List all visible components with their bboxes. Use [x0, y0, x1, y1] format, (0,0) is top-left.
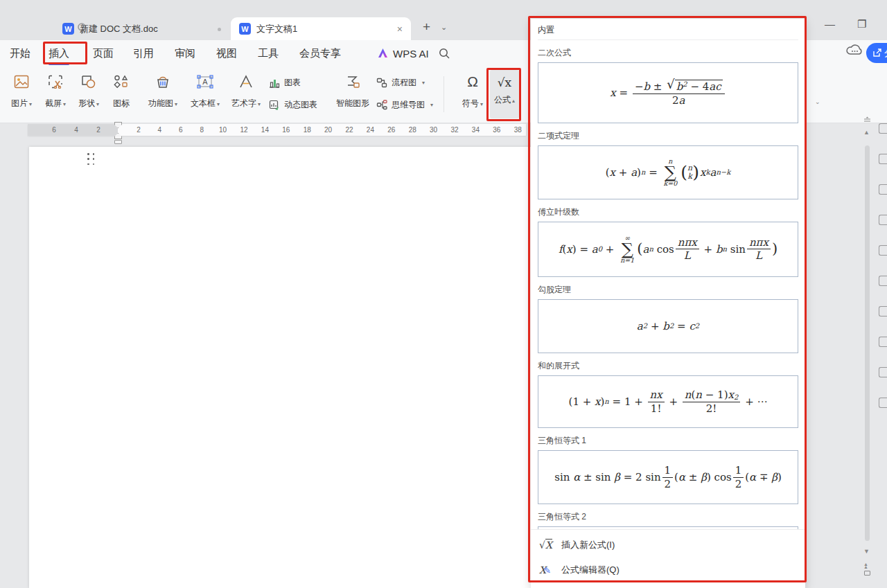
document-tab-active[interactable]: W 文字文稿1 × [231, 17, 411, 40]
ruler-number: 2 [137, 126, 141, 134]
wps-writer-file-icon: W [62, 23, 74, 35]
ruler-number: 32 [450, 126, 458, 134]
formula-preview[interactable]: f(x) = a0 + ∞∑n=1(an cosnπxL + bn sinnπx… [538, 222, 798, 277]
cut-sidebar-icon[interactable] [879, 337, 887, 347]
ruler-number: 38 [514, 126, 522, 134]
window-minimize-button[interactable]: — [825, 18, 835, 30]
formula-editor-item[interactable]: X✎ 公式编辑器(Q) [531, 558, 805, 582]
wps-ai-logo-icon [377, 48, 389, 59]
window-restore-button[interactable]: ❐ [857, 18, 866, 30]
function-diagram-icon [143, 71, 183, 93]
textbox-icon: A [185, 71, 225, 93]
share-button[interactable]: 分享 [866, 43, 887, 63]
icons-button[interactable]: 图标 [101, 71, 141, 109]
wps-writer-file-icon: W [239, 23, 251, 35]
horizontal-ruler[interactable]: 6422468101214161820222426283032343638 [28, 124, 526, 142]
dropdown-caret-icon: ▾ [96, 101, 99, 107]
close-tab-icon[interactable]: × [397, 24, 403, 35]
tab-list-caret-icon[interactable]: ⌄ [441, 23, 447, 32]
svg-text:A: A [202, 78, 208, 86]
sqrt-x-icon: √x [490, 75, 519, 89]
cut-sidebar-icon[interactable] [879, 276, 887, 286]
ruler-number: 2 [96, 126, 100, 134]
search-icon[interactable] [438, 47, 450, 60]
scroll-up-arrow-icon[interactable]: ▲ [863, 129, 870, 136]
tab-title: 新建 DOC 文档.doc [80, 23, 207, 35]
textbox-button[interactable]: A 文本框▾ [185, 71, 225, 109]
ruler-number: 18 [304, 126, 311, 134]
ruler-number: 20 [324, 126, 332, 134]
ruler-number: 16 [282, 126, 290, 134]
cut-sidebar-icon[interactable] [879, 245, 887, 256]
cut-sidebar-icon[interactable] [879, 154, 887, 164]
ruler-number: 28 [409, 126, 416, 134]
menu-wps-ai[interactable]: WPS AI [377, 40, 429, 66]
dropdown-caret-icon: ▾ [422, 80, 425, 86]
chart-icon [269, 78, 280, 88]
collapsed-sidebar-strip[interactable] [879, 123, 887, 449]
ruler-number: 4 [158, 126, 162, 134]
ruler-number: 26 [387, 126, 395, 134]
formula-item-label: 二次公式 [538, 47, 798, 59]
left-indent-marker[interactable] [114, 140, 122, 144]
dropdown-caret-icon: ▾ [217, 101, 220, 107]
menu-insert[interactable]: 插入 [49, 40, 69, 66]
wordart-button[interactable]: 艺术字▾ [226, 71, 266, 109]
menu-view[interactable]: 视图 [216, 40, 237, 66]
ruler-number: 6 [179, 126, 183, 134]
dynamic-chart-button[interactable]: 动态图表 [269, 97, 317, 112]
cut-sidebar-icon[interactable] [879, 215, 887, 225]
cut-sidebar-icon[interactable] [879, 398, 887, 408]
formula-preview[interactable]: (x + a)n = n∑k=0(nk)xkan−k [538, 145, 798, 199]
function-diagram-button[interactable]: 功能图▾ [143, 71, 183, 109]
select-browse-object-icon[interactable] [864, 571, 870, 576]
formula-preview[interactable]: a2 + b2 = c2 [538, 299, 798, 353]
formula-editor-icon: X✎ [539, 564, 554, 576]
document-tab[interactable]: W 新建 DOC 文档.doc [54, 17, 215, 40]
flowchart-button[interactable]: 流程图 ▾ [376, 75, 425, 90]
formula-preview[interactable]: sin α ± sin β = 2 sin12(α ± β) cos12(α ∓… [538, 450, 798, 504]
share-icon [872, 48, 881, 57]
dropdown-caret-icon: ▾ [480, 101, 483, 107]
menu-page[interactable]: 页面 [93, 40, 114, 66]
symbol-button[interactable]: Ω 符号▾ [453, 71, 493, 109]
panel-actions: √X 插入新公式(I) X✎ 公式编辑器(Q) [531, 529, 805, 588]
tab-title: 文字文稿1 [256, 23, 392, 35]
cut-sidebar-icon[interactable] [879, 306, 887, 317]
ruler-number: 12 [240, 126, 247, 134]
formula-preview[interactable]: (1 + x)n = 1 + nx1! + n(n − 1)x22! + ⋯ [538, 375, 798, 428]
menu-review[interactable]: 审阅 [175, 40, 195, 66]
previous-page-icon[interactable]: ▲▲ [863, 563, 868, 569]
scrollbar-thumb[interactable] [865, 145, 870, 541]
cut-sidebar-icon[interactable] [879, 123, 887, 134]
formula-dropdown-panel: 内置 二次公式x = −b ± √b2 − 4ac2a二项式定理(x + a)n… [531, 19, 805, 588]
insert-new-formula-item[interactable]: √X 插入新公式(I) [531, 533, 805, 558]
menu-member[interactable]: 会员专享 [299, 40, 341, 66]
menu-reference[interactable]: 引用 [133, 40, 154, 66]
ruler-number: 8 [200, 126, 204, 134]
paragraph-drag-handle[interactable] [87, 153, 96, 166]
hidden-group-caret-icon[interactable]: ⌄ [815, 98, 820, 105]
dropdown-caret-icon: ▾ [258, 101, 261, 107]
formula-item-label: 勾股定理 [538, 284, 798, 296]
ruler-number: 22 [345, 126, 353, 134]
ruler-number: 36 [493, 126, 500, 134]
formula-preview[interactable]: x = −b ± √b2 − 4ac2a [538, 62, 798, 123]
ruler-number: 14 [261, 126, 269, 134]
new-tab-button[interactable]: + [423, 19, 430, 35]
menu-home[interactable]: 开始 [10, 40, 30, 66]
smart-graphics-button[interactable]: 智能图形 [333, 71, 373, 109]
scroll-down-arrow-icon[interactable]: ▼ [863, 548, 870, 555]
cut-sidebar-icon[interactable] [879, 184, 887, 195]
icon-library-icon [101, 71, 141, 93]
cloud-save-icon[interactable] [845, 43, 863, 57]
formula-button[interactable]: √x 公式▴ [490, 70, 519, 118]
menu-tools[interactable]: 工具 [258, 40, 279, 66]
vertical-scrollbar[interactable]: ▲ ▼ ▲▲ [861, 116, 874, 588]
ruler-toggle-icon[interactable] [863, 116, 871, 124]
mindmap-button[interactable]: 思维导图 ▾ [376, 97, 433, 112]
cut-sidebar-icon[interactable] [879, 367, 887, 377]
formula-item-label: 傅立叶级数 [538, 206, 798, 218]
ruler-number: 6 [52, 126, 56, 134]
chart-button[interactable]: 图表 [269, 75, 301, 90]
